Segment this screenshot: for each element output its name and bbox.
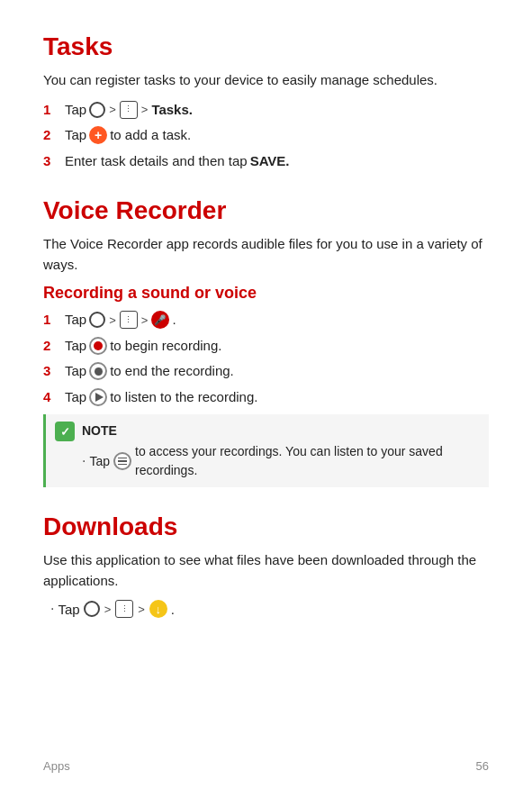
- vr-step-2-rest: to begin recording.: [110, 336, 221, 357]
- tasks-steps: 1 Tap > ⋮ > Tasks. 2 Tap + to add a task…: [43, 100, 489, 172]
- footer-right: 56: [476, 759, 489, 773]
- mic-icon: 🎤: [151, 311, 169, 329]
- vr-step-4-rest: to listen to the recording.: [110, 387, 257, 408]
- vr-step-num-2: 2: [43, 336, 59, 357]
- play-icon: [89, 388, 107, 406]
- footer-left: Apps: [43, 759, 70, 773]
- home-icon-vr: [89, 312, 105, 328]
- vr-step-1: 1 Tap > ⋮ > 🎤 .: [43, 310, 489, 331]
- voice-recorder-description: The Voice Recorder app records audible f…: [43, 234, 489, 275]
- stop-inner: [95, 367, 103, 376]
- vr-step-1-text: Tap > ⋮ > 🎤 .: [65, 310, 176, 331]
- save-label: SAVE.: [250, 151, 290, 172]
- chevron-1: >: [109, 101, 116, 119]
- note-bullet-dot: ·: [82, 450, 86, 472]
- step-num-1: 1: [43, 100, 59, 121]
- step-2-rest: to add a task.: [110, 125, 191, 146]
- menu-line-2: [118, 460, 127, 462]
- vr-step-4: 4 Tap to listen to the recording.: [43, 387, 489, 408]
- note-bullet-tap: Tap: [89, 452, 110, 471]
- vr-step-2: 2 Tap to begin recording.: [43, 336, 489, 357]
- tasks-section: Tasks You can register tasks to your dev…: [43, 32, 489, 171]
- vr-step-2-tap: Tap: [65, 336, 86, 357]
- vr-step-num-4: 4: [43, 387, 59, 408]
- downloads-description: Use this application to see what files h…: [43, 550, 489, 591]
- voice-recorder-steps: 1 Tap > ⋮ > 🎤 . 2 Tap to begin recording…: [43, 310, 489, 407]
- note-content: NOTE · Tap to access your recordings. Yo…: [82, 422, 480, 480]
- vr-step-num-3: 3: [43, 361, 59, 382]
- voice-recorder-title: Voice Recorder: [43, 196, 489, 225]
- apps-icon-vr: ⋮: [120, 311, 138, 329]
- step-3-text: Enter task details and then tap SAVE.: [65, 151, 290, 172]
- note-bullet-row: · Tap to access your recordings. You can…: [82, 442, 480, 480]
- chevron-2: >: [141, 101, 149, 119]
- record-begin-inner: [94, 341, 103, 350]
- menu-line-3: [118, 464, 127, 466]
- vr-step-4-text: Tap to listen to the recording.: [65, 387, 257, 408]
- vr-step-1-tap: Tap: [65, 310, 86, 331]
- vr-step-num-1: 1: [43, 310, 59, 331]
- downloads-chevron-1: >: [104, 603, 112, 616]
- menu-line-1: [118, 458, 127, 459]
- downloads-home-icon: [84, 601, 100, 617]
- vr-step-2-text: Tap to begin recording.: [65, 336, 221, 357]
- note-bullet-text: to access your recordings. You can liste…: [135, 442, 480, 480]
- recording-subtitle: Recording a sound or voice: [43, 284, 489, 303]
- footer: Apps 56: [43, 759, 489, 773]
- downloads-tap: Tap: [58, 602, 79, 617]
- home-icon: [89, 102, 105, 118]
- voice-recorder-section: Voice Recorder The Voice Recorder app re…: [43, 196, 489, 487]
- add-icon: +: [89, 126, 107, 144]
- step-2-tap: Tap: [65, 125, 86, 146]
- step-num-3: 3: [43, 151, 59, 172]
- vr-chevron-1: >: [109, 312, 116, 330]
- tasks-label: Tasks.: [151, 100, 193, 121]
- tasks-step-1: 1 Tap > ⋮ > Tasks.: [43, 100, 489, 121]
- record-begin-icon: [89, 337, 107, 355]
- tasks-step-2: 2 Tap + to add a task.: [43, 125, 489, 146]
- vr-chevron-2: >: [141, 312, 149, 330]
- downloads-apps-icon: ⋮: [115, 600, 133, 618]
- tasks-description: You can register tasks to your device to…: [43, 70, 489, 91]
- step-1-tap: Tap: [65, 100, 86, 121]
- vr-step-3-tap: Tap: [65, 361, 86, 382]
- menu-icon: [113, 452, 131, 470]
- step-2-text: Tap + to add a task.: [65, 125, 191, 146]
- apps-icon: ⋮: [120, 101, 138, 119]
- downloads-chevron-2: >: [138, 603, 145, 616]
- step-num-2: 2: [43, 125, 59, 146]
- note-label: NOTE: [82, 423, 117, 438]
- step-1-text: Tap > ⋮ > Tasks.: [65, 100, 193, 121]
- vr-step-3: 3 Tap to end the recording.: [43, 361, 489, 382]
- vr-step-3-text: Tap to end the recording.: [65, 361, 234, 382]
- step-3-enter: Enter task details and then tap: [65, 151, 248, 172]
- play-inner: [95, 393, 104, 402]
- note-icon: ✓: [55, 422, 75, 441]
- tasks-step-3: 3 Enter task details and then tap SAVE.: [43, 151, 489, 172]
- vr-step-3-rest: to end the recording.: [110, 361, 234, 382]
- vr-step-4-tap: Tap: [65, 387, 86, 408]
- downloads-title: Downloads: [43, 512, 489, 541]
- note-box: ✓ NOTE · Tap to access your recordings. …: [43, 414, 489, 487]
- stop-icon: [89, 362, 107, 380]
- downloads-dot: .: [171, 602, 175, 617]
- downloads-bullet-row: · Tap > ⋮ > ↓ .: [50, 600, 489, 618]
- downloads-section: Downloads Use this application to see wh…: [43, 512, 489, 618]
- vr-step-1-dot: .: [172, 310, 176, 331]
- downloads-bullet-dot: ·: [50, 601, 54, 617]
- download-icon: ↓: [149, 600, 167, 618]
- tasks-title: Tasks: [43, 32, 489, 61]
